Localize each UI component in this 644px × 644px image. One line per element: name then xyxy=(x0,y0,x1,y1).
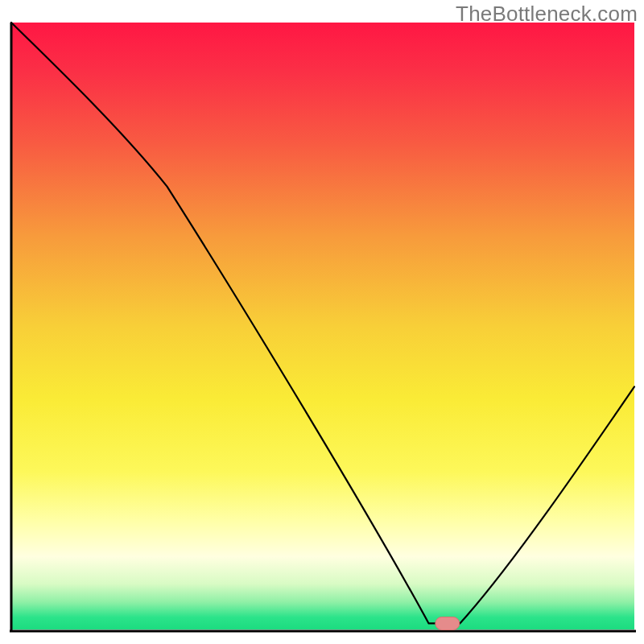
chart-background xyxy=(11,23,634,630)
chart-container: TheBottleneck.com xyxy=(0,0,644,644)
bottleneck-chart xyxy=(0,0,644,644)
optimal-point-marker xyxy=(436,617,460,630)
